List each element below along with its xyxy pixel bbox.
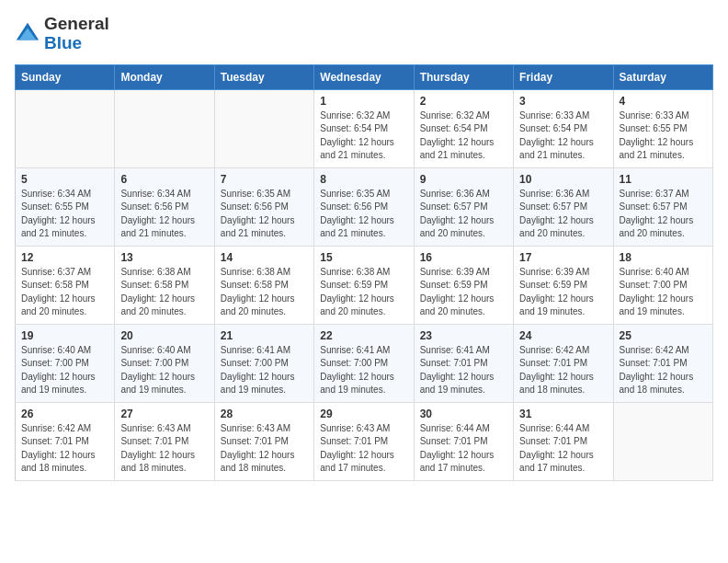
calendar-cell bbox=[613, 402, 712, 480]
day-header-monday: Monday bbox=[115, 64, 214, 89]
calendar-cell: 26Sunrise: 6:42 AMSunset: 7:01 PMDayligh… bbox=[16, 402, 115, 480]
calendar-week-row: 19Sunrise: 6:40 AMSunset: 7:00 PMDayligh… bbox=[16, 324, 713, 402]
calendar-cell: 29Sunrise: 6:43 AMSunset: 7:01 PMDayligh… bbox=[314, 402, 414, 480]
calendar-cell: 16Sunrise: 6:39 AMSunset: 6:59 PMDayligh… bbox=[414, 246, 513, 324]
day-number: 2 bbox=[420, 95, 507, 108]
calendar-cell: 24Sunrise: 6:42 AMSunset: 7:01 PMDayligh… bbox=[514, 324, 613, 402]
logo: General Blue bbox=[15, 15, 109, 53]
calendar-cell: 19Sunrise: 6:40 AMSunset: 7:00 PMDayligh… bbox=[16, 324, 115, 402]
calendar-cell: 7Sunrise: 6:35 AMSunset: 6:56 PMDaylight… bbox=[214, 167, 313, 246]
calendar-cell: 25Sunrise: 6:42 AMSunset: 7:01 PMDayligh… bbox=[613, 324, 712, 402]
day-number: 23 bbox=[420, 329, 507, 342]
calendar-cell: 22Sunrise: 6:41 AMSunset: 7:00 PMDayligh… bbox=[314, 324, 414, 402]
day-info: Sunrise: 6:39 AMSunset: 6:59 PMDaylight:… bbox=[519, 266, 607, 319]
day-info: Sunrise: 6:34 AMSunset: 6:56 PMDaylight:… bbox=[120, 188, 208, 241]
logo-blue: Blue bbox=[44, 33, 82, 52]
day-number: 14 bbox=[221, 251, 308, 264]
day-info: Sunrise: 6:44 AMSunset: 7:01 PMDaylight:… bbox=[420, 422, 507, 476]
calendar-cell: 20Sunrise: 6:40 AMSunset: 7:00 PMDayligh… bbox=[115, 324, 214, 402]
calendar-cell bbox=[115, 89, 214, 167]
page-header: General Blue bbox=[15, 15, 713, 53]
day-info: Sunrise: 6:42 AMSunset: 7:01 PMDaylight:… bbox=[519, 344, 607, 397]
day-number: 1 bbox=[320, 95, 407, 108]
day-info: Sunrise: 6:33 AMSunset: 6:55 PMDaylight:… bbox=[620, 109, 707, 163]
calendar-week-row: 5Sunrise: 6:34 AMSunset: 6:55 PMDaylight… bbox=[16, 167, 713, 246]
calendar-cell: 8Sunrise: 6:35 AMSunset: 6:56 PMDaylight… bbox=[314, 167, 414, 246]
day-number: 31 bbox=[519, 408, 607, 420]
day-number: 8 bbox=[320, 173, 407, 186]
calendar-cell: 21Sunrise: 6:41 AMSunset: 7:00 PMDayligh… bbox=[214, 324, 313, 402]
day-info: Sunrise: 6:34 AMSunset: 6:55 PMDaylight:… bbox=[21, 188, 108, 241]
calendar-cell: 31Sunrise: 6:44 AMSunset: 7:01 PMDayligh… bbox=[514, 402, 613, 480]
day-info: Sunrise: 6:32 AMSunset: 6:54 PMDaylight:… bbox=[420, 109, 507, 163]
day-number: 29 bbox=[320, 408, 407, 420]
logo-text: General Blue bbox=[44, 15, 109, 53]
calendar-cell: 13Sunrise: 6:38 AMSunset: 6:58 PMDayligh… bbox=[115, 246, 214, 324]
day-number: 16 bbox=[420, 251, 507, 264]
day-info: Sunrise: 6:41 AMSunset: 7:00 PMDaylight:… bbox=[221, 344, 308, 397]
day-number: 24 bbox=[519, 329, 607, 342]
day-number: 30 bbox=[420, 408, 507, 420]
day-number: 25 bbox=[620, 329, 707, 342]
day-number: 21 bbox=[221, 329, 308, 342]
calendar-cell bbox=[16, 89, 115, 167]
day-number: 11 bbox=[620, 173, 707, 186]
day-info: Sunrise: 6:42 AMSunset: 7:01 PMDaylight:… bbox=[21, 422, 108, 476]
day-info: Sunrise: 6:35 AMSunset: 6:56 PMDaylight:… bbox=[221, 188, 308, 241]
day-info: Sunrise: 6:40 AMSunset: 7:00 PMDaylight:… bbox=[120, 344, 208, 397]
day-info: Sunrise: 6:43 AMSunset: 7:01 PMDaylight:… bbox=[320, 422, 407, 476]
day-info: Sunrise: 6:42 AMSunset: 7:01 PMDaylight:… bbox=[620, 344, 707, 397]
day-number: 12 bbox=[21, 251, 108, 264]
logo-icon bbox=[15, 21, 40, 47]
day-number: 22 bbox=[320, 329, 407, 342]
day-number: 5 bbox=[21, 173, 108, 186]
day-info: Sunrise: 6:32 AMSunset: 6:54 PMDaylight:… bbox=[320, 109, 407, 163]
calendar-cell: 11Sunrise: 6:37 AMSunset: 6:57 PMDayligh… bbox=[613, 167, 712, 246]
day-info: Sunrise: 6:40 AMSunset: 7:00 PMDaylight:… bbox=[21, 344, 108, 397]
day-info: Sunrise: 6:43 AMSunset: 7:01 PMDaylight:… bbox=[120, 422, 208, 476]
logo-general: General bbox=[44, 14, 109, 33]
day-header-tuesday: Tuesday bbox=[214, 64, 313, 89]
day-number: 15 bbox=[320, 251, 407, 264]
day-info: Sunrise: 6:36 AMSunset: 6:57 PMDaylight:… bbox=[420, 188, 507, 241]
calendar-week-row: 1Sunrise: 6:32 AMSunset: 6:54 PMDaylight… bbox=[16, 89, 713, 167]
day-info: Sunrise: 6:41 AMSunset: 7:01 PMDaylight:… bbox=[420, 344, 507, 397]
day-number: 13 bbox=[120, 251, 208, 264]
calendar-cell: 17Sunrise: 6:39 AMSunset: 6:59 PMDayligh… bbox=[514, 246, 613, 324]
day-header-thursday: Thursday bbox=[414, 64, 513, 89]
calendar-cell: 5Sunrise: 6:34 AMSunset: 6:55 PMDaylight… bbox=[16, 167, 115, 246]
day-info: Sunrise: 6:35 AMSunset: 6:56 PMDaylight:… bbox=[320, 188, 407, 241]
calendar-cell: 12Sunrise: 6:37 AMSunset: 6:58 PMDayligh… bbox=[16, 246, 115, 324]
day-number: 28 bbox=[221, 408, 308, 420]
day-info: Sunrise: 6:38 AMSunset: 6:59 PMDaylight:… bbox=[320, 266, 407, 319]
calendar-cell: 1Sunrise: 6:32 AMSunset: 6:54 PMDaylight… bbox=[314, 89, 414, 167]
calendar-week-row: 26Sunrise: 6:42 AMSunset: 7:01 PMDayligh… bbox=[16, 402, 713, 480]
calendar-week-row: 12Sunrise: 6:37 AMSunset: 6:58 PMDayligh… bbox=[16, 246, 713, 324]
day-number: 26 bbox=[21, 408, 108, 420]
calendar-cell: 9Sunrise: 6:36 AMSunset: 6:57 PMDaylight… bbox=[414, 167, 513, 246]
calendar-cell: 18Sunrise: 6:40 AMSunset: 7:00 PMDayligh… bbox=[613, 246, 712, 324]
day-number: 9 bbox=[420, 173, 507, 186]
calendar-cell: 14Sunrise: 6:38 AMSunset: 6:58 PMDayligh… bbox=[214, 246, 313, 324]
day-header-wednesday: Wednesday bbox=[314, 64, 414, 89]
day-number: 20 bbox=[120, 329, 208, 342]
day-info: Sunrise: 6:33 AMSunset: 6:54 PMDaylight:… bbox=[519, 109, 607, 163]
day-number: 19 bbox=[21, 329, 108, 342]
day-number: 6 bbox=[120, 173, 208, 186]
day-header-sunday: Sunday bbox=[16, 64, 115, 89]
calendar-cell: 28Sunrise: 6:43 AMSunset: 7:01 PMDayligh… bbox=[214, 402, 313, 480]
calendar-header-row: SundayMondayTuesdayWednesdayThursdayFrid… bbox=[16, 64, 713, 89]
day-number: 7 bbox=[221, 173, 308, 186]
day-info: Sunrise: 6:38 AMSunset: 6:58 PMDaylight:… bbox=[120, 266, 208, 319]
calendar-cell: 6Sunrise: 6:34 AMSunset: 6:56 PMDaylight… bbox=[115, 167, 214, 246]
day-number: 18 bbox=[620, 251, 707, 264]
day-header-friday: Friday bbox=[514, 64, 613, 89]
day-info: Sunrise: 6:38 AMSunset: 6:58 PMDaylight:… bbox=[221, 266, 308, 319]
day-number: 3 bbox=[519, 95, 607, 108]
day-info: Sunrise: 6:36 AMSunset: 6:57 PMDaylight:… bbox=[519, 188, 607, 241]
day-number: 17 bbox=[519, 251, 607, 264]
calendar-cell: 2Sunrise: 6:32 AMSunset: 6:54 PMDaylight… bbox=[414, 89, 513, 167]
day-info: Sunrise: 6:37 AMSunset: 6:57 PMDaylight:… bbox=[620, 188, 707, 241]
calendar-cell: 23Sunrise: 6:41 AMSunset: 7:01 PMDayligh… bbox=[414, 324, 513, 402]
day-info: Sunrise: 6:40 AMSunset: 7:00 PMDaylight:… bbox=[620, 266, 707, 319]
